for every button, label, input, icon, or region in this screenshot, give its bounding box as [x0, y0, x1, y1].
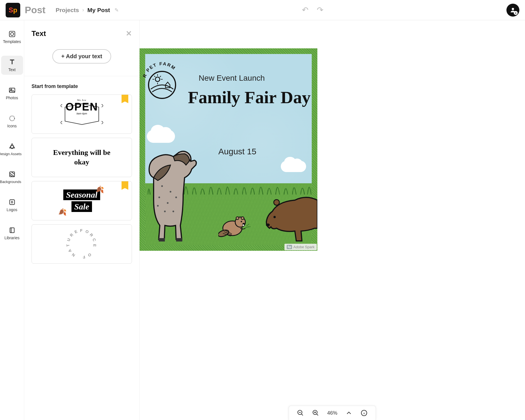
svg-point-18	[167, 202, 169, 204]
zoom-value[interactable]: 46%	[327, 410, 337, 416]
logos-icon: B	[8, 198, 16, 206]
svg-rect-10	[10, 228, 14, 232]
svg-point-15	[161, 185, 163, 187]
svg-point-33	[266, 223, 270, 226]
template-text: Seasonal	[63, 189, 100, 200]
app-logo[interactable]: Sp	[6, 3, 20, 17]
canvas-text-title[interactable]: Family Fair Day	[187, 88, 311, 107]
svg-point-22	[157, 205, 159, 207]
svg-rect-30	[243, 224, 244, 226]
watermark-text: Adobe Spark	[293, 245, 315, 249]
breadcrumb-current[interactable]: My Post	[88, 7, 110, 13]
svg-point-14	[189, 159, 190, 161]
rail-logos[interactable]: B Logos	[1, 196, 23, 215]
pencil-icon[interactable]: ✎	[115, 7, 119, 13]
account-avatar[interactable]: +	[506, 4, 519, 17]
horse-graphic	[140, 138, 204, 245]
cloud-graphic	[281, 161, 306, 172]
rail-text[interactable]: Text	[1, 56, 23, 75]
svg-point-32	[273, 216, 276, 218]
svg-point-26	[236, 217, 239, 220]
canvas-area[interactable]: R PET FARM New Event Launch Family Fair …	[140, 20, 525, 420]
svg-point-16	[170, 191, 171, 193]
rail-libraries[interactable]: Libraries	[1, 224, 23, 243]
design-canvas[interactable]: R PET FARM New Event Launch Family Fair …	[140, 48, 317, 251]
canvas-text-kicker[interactable]: New Event Launch	[199, 74, 265, 83]
rail-label: Icons	[7, 124, 17, 128]
add-text-button[interactable]: + Add your text	[52, 49, 111, 64]
undo-button[interactable]: ↶	[302, 5, 308, 15]
svg-point-27	[241, 217, 244, 220]
canvas-text-date[interactable]: August 15	[218, 147, 256, 156]
rail-templates[interactable]: Templates	[1, 28, 23, 47]
chevron-up-icon[interactable]	[345, 409, 353, 417]
rail-backgrounds[interactable]: Backgrounds	[1, 168, 23, 187]
bear-graphic	[261, 186, 317, 242]
leaf-icon: 🍂	[58, 208, 67, 216]
beaver-graphic	[218, 209, 252, 240]
panel-title: Text	[32, 29, 46, 38]
svg-point-20	[164, 211, 166, 212]
rail-label: Templates	[3, 39, 21, 44]
rail-label: Libraries	[5, 236, 20, 240]
rail-design-assets[interactable]: Design Assets	[1, 140, 23, 159]
svg-point-28	[241, 221, 242, 222]
watermark: Sp Adobe Spark	[284, 244, 317, 250]
chevron-right-icon: ›	[82, 7, 84, 13]
photos-icon	[8, 87, 16, 94]
header: Sp Post Projects › My Post ✎ ↶ ↷ +	[0, 0, 525, 20]
svg-point-5	[10, 116, 14, 121]
svg-point-17	[158, 197, 160, 198]
template-okay[interactable]: Everything will be okay	[32, 138, 132, 177]
templates-icon	[8, 30, 16, 38]
template-seasonal[interactable]: 🍂 Seasonal Sale 🍂	[32, 181, 132, 220]
libraries-icon	[8, 227, 16, 234]
template-text: Everything will be okay	[48, 148, 116, 167]
svg-point-2	[10, 33, 14, 36]
svg-text:B: B	[11, 200, 13, 204]
template-open[interactable]: We Are OPEN 9am-6pm	[32, 94, 132, 134]
farm-logo-graphic: R PET FARM	[140, 57, 185, 102]
svg-point-21	[172, 211, 174, 212]
template-force[interactable]: FORCE OF NATURE	[32, 224, 132, 264]
rail-icons[interactable]: Icons	[1, 112, 23, 131]
breadcrumb: Projects › My Post ✎	[56, 7, 119, 13]
info-icon[interactable]	[360, 409, 368, 417]
backgrounds-icon	[8, 171, 16, 178]
svg-rect-1	[9, 31, 15, 37]
svg-point-31	[274, 200, 279, 205]
premium-badge-icon	[122, 95, 128, 103]
rail-photos[interactable]: Photos	[1, 84, 23, 103]
template-section-title: Start from template	[32, 83, 132, 89]
svg-point-13	[155, 77, 160, 82]
app-name: Post	[25, 4, 46, 15]
zoom-in-button[interactable]	[312, 409, 319, 417]
rail-label: Text	[8, 67, 16, 72]
redo-button[interactable]: ↷	[317, 5, 323, 15]
leaf-icon: 🍂	[96, 186, 104, 193]
text-panel: Text ✕ + Add your text Start from templa…	[24, 20, 140, 420]
icons-icon	[8, 115, 16, 122]
svg-point-0	[512, 8, 514, 10]
zoom-toolbar: 46%	[289, 406, 376, 420]
svg-point-19	[175, 197, 177, 198]
rail-label: Photos	[6, 96, 18, 100]
close-icon[interactable]: ✕	[126, 29, 132, 38]
plus-badge-icon: +	[514, 11, 518, 15]
rail-label: Design Assets	[0, 152, 22, 156]
template-text: FORCE OF NATURE	[65, 227, 99, 261]
premium-badge-icon	[122, 181, 128, 190]
template-text: OPEN	[66, 101, 98, 112]
design-assets-icon	[8, 143, 16, 150]
left-rail: Templates Text Photos Icons Design Asset…	[0, 20, 24, 420]
zoom-out-button[interactable]	[297, 409, 304, 417]
spark-badge-icon: Sp	[287, 245, 292, 249]
breadcrumb-root[interactable]: Projects	[56, 7, 79, 13]
text-icon	[8, 58, 16, 66]
rail-label: Backgrounds	[0, 180, 21, 184]
rail-label: Logos	[6, 207, 17, 212]
template-text: Sale	[71, 201, 92, 212]
